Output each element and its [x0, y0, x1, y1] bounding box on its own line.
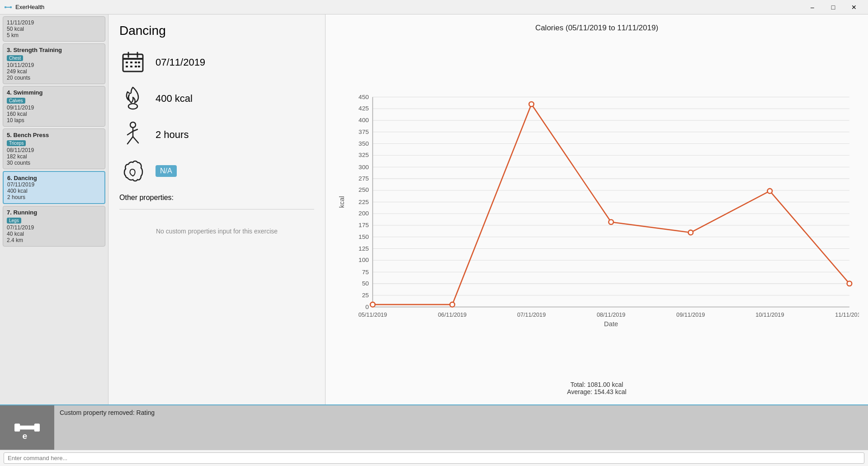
chart-total: Total: 1081.00 kcal — [335, 381, 859, 388]
chart-area: 0 25 50 75 100 125 150 175 200 225 250 2… — [335, 37, 859, 376]
svg-line-21 — [133, 129, 137, 131]
detail-duration-row: 2 hours — [119, 121, 314, 148]
detail-muscle-row: N/A — [119, 157, 314, 185]
svg-text:375: 375 — [359, 128, 369, 135]
list-item-running[interactable]: 7. Running Legs 07/11/2019 40 kcal 2.4 k… — [3, 206, 105, 247]
svg-point-73 — [529, 102, 534, 107]
minimize-button[interactable]: – — [802, 0, 823, 14]
svg-text:450: 450 — [359, 94, 369, 100]
svg-rect-8 — [130, 62, 132, 63]
svg-rect-12 — [130, 66, 132, 67]
svg-rect-9 — [135, 62, 137, 63]
svg-point-16 — [130, 122, 136, 128]
title-bar: ExerHealth – □ ✕ — [0, 0, 868, 14]
log-content: Custom property removed: Rating — [54, 405, 868, 450]
list-item-strength-training[interactable]: 3. Strength Training Chest 10/11/2019 24… — [3, 43, 105, 84]
no-props-text: No custom properties input for this exer… — [119, 228, 314, 235]
svg-line-19 — [133, 137, 138, 143]
svg-text:05/11/2019: 05/11/2019 — [359, 312, 387, 318]
list-item-bench-press[interactable]: 5. Bench Press Triceps 08/11/2019 182 kc… — [3, 128, 105, 169]
app-title: ExerHealth — [15, 4, 802, 10]
svg-point-71 — [370, 302, 375, 307]
detail-muscle-value: N/A — [156, 165, 177, 177]
svg-point-77 — [847, 281, 852, 286]
svg-text:50: 50 — [362, 280, 369, 287]
app-logo: e — [0, 405, 54, 450]
svg-text:150: 150 — [359, 233, 369, 240]
svg-text:325: 325 — [359, 152, 369, 158]
svg-text:11/11/2019: 11/11/2019 — [835, 312, 859, 318]
svg-rect-10 — [138, 62, 140, 63]
svg-text:75: 75 — [362, 269, 369, 276]
dance-icon — [119, 121, 146, 148]
svg-text:400: 400 — [359, 117, 369, 124]
main-area: 11/11/2019 50 kcal 5 km 3. Strength Trai… — [0, 14, 868, 404]
close-button[interactable]: ✕ — [844, 0, 864, 14]
svg-text:350: 350 — [359, 140, 369, 147]
svg-text:kcal: kcal — [338, 196, 345, 208]
list-item-swimming[interactable]: 4. Swimming Calves 09/11/2019 160 kcal 1… — [3, 86, 105, 127]
log-message: Custom property removed: Rating — [60, 409, 863, 416]
svg-line-18 — [127, 137, 133, 144]
props-divider — [119, 209, 314, 209]
svg-rect-7 — [126, 62, 128, 63]
app-icon — [4, 3, 13, 12]
detail-calories-value: 400 kcal — [156, 93, 193, 105]
svg-text:275: 275 — [359, 175, 369, 182]
chart-panel: Calories (05/11/2019 to 11/11/2019) — [326, 14, 868, 404]
command-bar — [0, 450, 868, 466]
svg-text:0: 0 — [365, 304, 369, 310]
svg-point-76 — [768, 189, 773, 194]
svg-text:200: 200 — [359, 210, 369, 217]
svg-point-72 — [450, 302, 455, 307]
svg-line-20 — [127, 131, 133, 135]
sidebar: 11/11/2019 50 kcal 5 km 3. Strength Trai… — [0, 14, 108, 404]
flame-icon — [119, 85, 146, 112]
chart-stats: Total: 1081.00 kcal Average: 154.43 kcal — [335, 381, 859, 395]
svg-text:300: 300 — [359, 164, 369, 171]
svg-point-15 — [128, 104, 137, 109]
maximize-button[interactable]: □ — [823, 0, 844, 14]
svg-text:100: 100 — [359, 257, 369, 263]
other-props-title: Other properties: — [119, 194, 314, 202]
svg-rect-80 — [19, 426, 35, 430]
chart-title: Calories (05/11/2019 to 11/11/2019) — [335, 24, 859, 33]
svg-text:10/11/2019: 10/11/2019 — [755, 312, 784, 318]
svg-rect-13 — [135, 66, 137, 67]
detail-title: Dancing — [119, 24, 314, 38]
svg-text:07/11/2019: 07/11/2019 — [517, 312, 546, 318]
svg-rect-14 — [138, 66, 140, 67]
svg-text:225: 225 — [359, 199, 369, 205]
svg-text:06/11/2019: 06/11/2019 — [438, 312, 467, 318]
svg-rect-4 — [123, 58, 143, 60]
command-input[interactable] — [4, 452, 864, 464]
detail-calories-row: 400 kcal — [119, 85, 314, 112]
log-bar: e Custom property removed: Rating — [0, 404, 868, 450]
svg-text:e: e — [23, 431, 28, 441]
calendar-icon — [119, 49, 146, 76]
svg-point-74 — [609, 219, 613, 224]
detail-duration-value: 2 hours — [156, 129, 189, 141]
svg-rect-11 — [126, 66, 128, 67]
svg-text:Date: Date — [604, 320, 618, 328]
list-item-dancing[interactable]: 6. Dancing 07/11/2019 400 kcal 2 hours — [3, 171, 105, 204]
detail-date-row: 07/11/2019 — [119, 49, 314, 76]
detail-panel: Dancing 07/11/2019 — [108, 14, 326, 404]
svg-text:250: 250 — [359, 186, 369, 193]
chart-average: Average: 154.43 kcal — [335, 388, 859, 395]
svg-rect-78 — [14, 423, 20, 432]
muscle-icon — [119, 157, 146, 185]
svg-text:175: 175 — [359, 222, 369, 228]
window-controls: – □ ✕ — [802, 0, 864, 14]
svg-point-75 — [688, 230, 693, 235]
svg-text:09/11/2019: 09/11/2019 — [676, 312, 705, 318]
svg-text:425: 425 — [359, 105, 369, 112]
svg-rect-79 — [34, 423, 40, 432]
svg-rect-2 — [6, 7, 10, 8]
svg-text:125: 125 — [359, 245, 369, 252]
svg-text:25: 25 — [362, 292, 369, 299]
svg-text:08/11/2019: 08/11/2019 — [597, 312, 625, 318]
detail-date-value: 07/11/2019 — [156, 57, 205, 68]
list-item[interactable]: 11/11/2019 50 kcal 5 km — [3, 16, 105, 42]
